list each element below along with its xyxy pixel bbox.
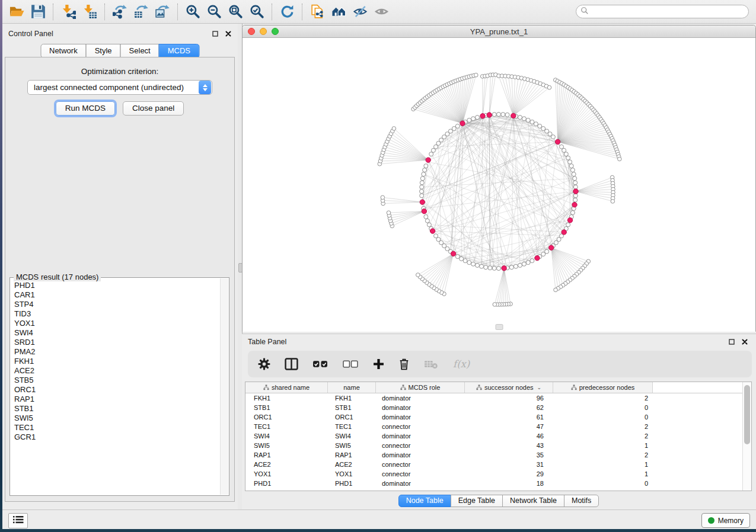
column-header-shared-name[interactable]: shared name [245, 382, 328, 393]
table-cell[interactable]: ACE2 [245, 461, 328, 468]
search-input[interactable] [589, 6, 748, 18]
mcds-result-item[interactable]: PMA2 [14, 347, 220, 357]
close-panel-button[interactable]: Close panel [123, 101, 184, 116]
table-cell[interactable]: SWI5 [328, 442, 376, 449]
table-cell[interactable]: RAP1 [245, 451, 328, 459]
table-cell[interactable]: FKH1 [245, 395, 328, 402]
table-cell[interactable]: 1 [553, 470, 653, 477]
close-window-icon[interactable] [248, 28, 255, 35]
zoom-out-icon[interactable] [205, 3, 223, 21]
table-row[interactable]: YOX1YOX1connector291 [245, 469, 751, 479]
duplicate-network-icon[interactable] [308, 3, 326, 21]
table-cell[interactable]: SWI4 [245, 432, 328, 440]
table-cell[interactable]: 1 [553, 461, 653, 468]
search-field[interactable] [576, 5, 749, 18]
column-header-name[interactable]: name [328, 382, 376, 393]
table-cell[interactable]: PHD1 [328, 480, 376, 487]
table-row[interactable]: ORC1ORC1dominator610 [245, 412, 751, 422]
table-cell[interactable]: ACE2 [328, 461, 376, 468]
tab-select[interactable]: Select [120, 44, 160, 58]
table-cell[interactable]: 43 [465, 442, 553, 449]
table-row[interactable]: SWI4SWI4dominator462 [245, 431, 751, 441]
table-cell[interactable]: SWI4 [328, 432, 376, 440]
mcds-result-list[interactable]: PHD1CAR1STP4TID3YOX1SWI4SRD1PMA2FKH1ACE2… [11, 280, 220, 495]
mcds-result-item[interactable]: TEC1 [14, 423, 220, 432]
close-panel-icon[interactable] [224, 30, 232, 38]
table-cell[interactable]: dominator [376, 404, 465, 411]
export-table-icon[interactable] [132, 3, 150, 21]
table-cell[interactable]: 2 [553, 432, 653, 440]
zoom-selected-icon[interactable] [248, 3, 266, 21]
table-cell[interactable]: 2 [553, 395, 653, 402]
table-cell[interactable]: TEC1 [245, 423, 328, 430]
table-cell[interactable]: 47 [465, 423, 553, 430]
mcds-result-item[interactable]: STP4 [14, 300, 220, 309]
mcds-result-item[interactable]: SWI4 [14, 328, 220, 338]
table-cell[interactable]: dominator [376, 451, 465, 459]
table-cell[interactable]: YOX1 [328, 470, 376, 477]
network-canvas[interactable] [243, 38, 755, 332]
select-all-icon[interactable] [312, 360, 328, 368]
mcds-result-item[interactable]: STB1 [14, 404, 220, 414]
mcds-result-item[interactable]: ORC1 [14, 385, 220, 395]
mcds-result-scrollbar[interactable] [220, 278, 228, 495]
export-network-icon[interactable] [111, 3, 129, 21]
table-cell[interactable]: SWI5 [245, 442, 328, 449]
table-cell[interactable]: 1 [553, 442, 653, 449]
sort-chevron-icon[interactable]: ⌄ [537, 384, 542, 390]
zoom-in-icon[interactable] [184, 3, 202, 21]
table-row[interactable]: ACE2ACE2connector311 [245, 460, 751, 469]
unselect-all-icon[interactable] [343, 360, 359, 368]
save-icon[interactable] [29, 3, 47, 21]
mcds-result-item[interactable]: ACE2 [14, 366, 220, 376]
table-row[interactable]: TEC1TEC1connector472 [245, 422, 751, 431]
zoom-fit-icon[interactable] [227, 3, 244, 21]
table-cell[interactable]: 35 [465, 451, 553, 459]
mcds-result-item[interactable]: RAP1 [14, 395, 220, 404]
table-cell[interactable]: dominator [376, 432, 465, 440]
table-cell[interactable]: 96 [465, 395, 553, 402]
memory-button[interactable]: Memory [701, 513, 750, 528]
table-cell[interactable]: 61 [465, 414, 553, 421]
mcds-result-item[interactable]: YOX1 [14, 319, 220, 328]
tab-edge-table[interactable]: Edge Table [451, 495, 503, 507]
mcds-result-item[interactable]: SWI5 [14, 414, 220, 423]
tab-motifs[interactable]: Motifs [564, 495, 599, 507]
table-cell[interactable]: STB1 [328, 404, 376, 411]
table-cell[interactable]: 62 [465, 404, 553, 411]
table-cell[interactable]: connector [376, 470, 465, 477]
table-row[interactable]: SWI5SWI5connector431 [245, 441, 751, 450]
run-mcds-button[interactable]: Run MCDS [56, 101, 115, 116]
table-scrollbar[interactable] [742, 382, 751, 491]
export-image-icon[interactable] [154, 3, 171, 21]
minimize-window-icon[interactable] [260, 28, 267, 35]
mcds-result-item[interactable]: STB5 [14, 376, 220, 385]
columns-icon[interactable] [285, 358, 298, 370]
maximize-window-icon[interactable] [272, 28, 279, 35]
eye-slash-icon[interactable] [351, 3, 369, 21]
table-cell[interactable]: dominator [376, 395, 465, 402]
table-cell[interactable]: FKH1 [328, 395, 376, 402]
network-titlebar[interactable]: YPA_prune.txt_1 [243, 25, 755, 38]
table-cell[interactable]: 18 [465, 480, 553, 487]
column-header-successor-nodes[interactable]: successor nodes⌄ [465, 382, 553, 393]
mcds-result-item[interactable]: FKH1 [14, 357, 220, 366]
table-cell[interactable]: 46 [465, 432, 553, 440]
eye-icon[interactable] [372, 3, 390, 21]
mcds-result-item[interactable]: TID3 [14, 309, 220, 319]
float-panel-icon[interactable] [211, 30, 219, 38]
close-table-panel-icon[interactable] [741, 338, 748, 346]
table-cell[interactable]: TEC1 [328, 423, 376, 430]
table-cell[interactable]: connector [376, 442, 465, 449]
table-cell[interactable]: ORC1 [245, 414, 328, 421]
settings-gear-icon[interactable] [258, 358, 270, 370]
table-cell[interactable]: PHD1 [245, 480, 328, 487]
criterion-select[interactable]: largest connected component (undirected) [27, 80, 212, 95]
table-cell[interactable]: dominator [376, 414, 465, 421]
tab-style[interactable]: Style [86, 44, 121, 58]
table-cell[interactable]: 2 [553, 423, 653, 430]
tab-node-table[interactable]: Node Table [398, 495, 451, 507]
column-header-predecessor-nodes[interactable]: predecessor nodes [553, 382, 653, 393]
float-table-panel-icon[interactable] [728, 338, 735, 346]
tab-network[interactable]: Network [40, 44, 87, 58]
